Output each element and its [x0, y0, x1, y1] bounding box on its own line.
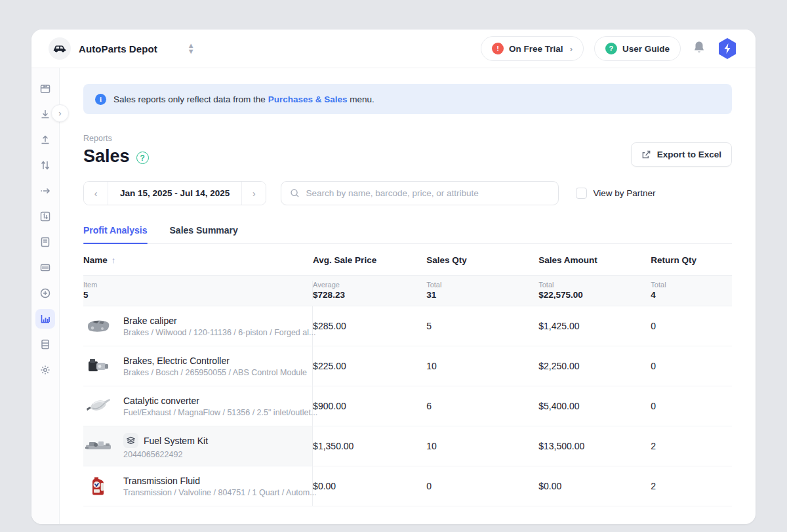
- sidebar-item-transfer[interactable]: [35, 155, 55, 175]
- search-bar: [281, 181, 559, 205]
- date-range-value[interactable]: Jan 15, 2025 - Jul 14, 2025: [108, 182, 242, 205]
- product-name: Transmission Fluid: [123, 476, 304, 486]
- arrow-right-dashed-icon: [39, 185, 51, 197]
- sidebar-item-documents[interactable]: [35, 232, 55, 252]
- summary-item-count: 5: [83, 290, 304, 300]
- info-banner: i Sales reports only reflect data from t…: [83, 84, 732, 114]
- sidebar-expand-button[interactable]: ›: [51, 104, 69, 122]
- sort-ascending-icon: ↑: [111, 255, 116, 265]
- gear-icon: [39, 364, 51, 376]
- return-qty-value: 0: [651, 361, 732, 371]
- sidebar-item-products[interactable]: [35, 79, 55, 98]
- product-name: Brake caliper: [123, 316, 304, 326]
- sales-qty-value: 10: [426, 361, 538, 371]
- table-row[interactable]: Transmission Fluid Transmission / Valvol…: [83, 466, 732, 506]
- sales-amount-value: $13,500.00: [538, 441, 651, 451]
- tab-profit-analysis[interactable]: Profit Analysis: [83, 225, 148, 243]
- app-window: AutoParts Depot ▲▼ ! On Free Trial › ? U…: [31, 30, 756, 524]
- column-header-name[interactable]: Name ↑: [83, 255, 313, 265]
- purchases-sales-link[interactable]: Purchases & Sales: [268, 94, 348, 104]
- sales-amount-value: $0.00: [538, 481, 651, 491]
- trial-alert-icon: !: [492, 43, 504, 54]
- company-name: AutoParts Depot: [79, 43, 157, 54]
- sales-qty-value: 6: [426, 401, 538, 411]
- column-header-sales-qty[interactable]: Sales Qty: [426, 255, 538, 265]
- help-icon[interactable]: ?: [136, 152, 149, 164]
- user-guide-label: User Guide: [622, 44, 670, 54]
- product-attributes: Brakes / Bosch / 265950055 / ABS Control…: [123, 368, 304, 377]
- sidebar-item-reports[interactable]: [35, 309, 55, 329]
- car-icon: [53, 44, 66, 53]
- upload-icon: [39, 134, 51, 146]
- product-image: [83, 316, 113, 337]
- document-icon: [39, 236, 51, 248]
- summary-return-value: 4: [651, 290, 732, 300]
- product-name: Fuel System Kit: [144, 436, 208, 446]
- column-header-avg-sale-price[interactable]: Avg. Sale Price: [313, 255, 426, 265]
- kit-bundle-chip: [123, 433, 138, 448]
- return-qty-value: 0: [651, 321, 732, 331]
- free-trial-button[interactable]: ! On Free Trial ›: [481, 36, 584, 61]
- avg-sale-price-value: $900.00: [313, 401, 426, 411]
- table-row[interactable]: Brake caliper Brakes / Wilwood / 120-111…: [83, 306, 732, 346]
- product-image: [83, 396, 113, 417]
- date-prev-button[interactable]: ‹: [84, 182, 108, 205]
- product-image: [83, 356, 113, 377]
- product-name: Catalytic converter: [123, 396, 304, 406]
- summary-qty-label: Total: [426, 281, 538, 289]
- sidebar-item-ship[interactable]: [35, 130, 55, 150]
- breadcrumb: Reports: [83, 134, 149, 143]
- export-to-excel-button[interactable]: Export to Excel: [631, 142, 732, 167]
- trial-label: On Free Trial: [509, 44, 563, 54]
- top-bar: AutoParts Depot ▲▼ ! On Free Trial › ? U…: [31, 30, 756, 68]
- tab-sales-summary[interactable]: Sales Summary: [170, 225, 238, 243]
- product-image: [83, 476, 113, 497]
- notifications-button[interactable]: [693, 41, 706, 57]
- search-icon: [290, 188, 300, 198]
- export-icon: [641, 150, 651, 159]
- search-input[interactable]: [306, 188, 550, 198]
- company-switcher[interactable]: AutoParts Depot ▲▼: [49, 37, 195, 60]
- database-icon: [39, 338, 51, 350]
- return-qty-value: 2: [651, 481, 732, 491]
- report-tabs: Profit Analysis Sales Summary: [83, 225, 732, 244]
- view-by-partner-toggle[interactable]: View by Partner: [576, 188, 655, 199]
- summary-qty-value: 31: [426, 290, 538, 300]
- sales-amount-value: $1,425.00: [538, 321, 651, 331]
- table-row[interactable]: Catalytic converter Fuel/Exhaust / Magna…: [83, 386, 732, 426]
- column-header-sales-amount[interactable]: Sales Amount: [538, 255, 651, 265]
- summary-average-value: $728.23: [313, 290, 426, 300]
- plus-circle-icon: [39, 287, 51, 299]
- sidebar-item-barcode[interactable]: [35, 258, 55, 277]
- column-header-return-qty[interactable]: Return Qty: [651, 255, 732, 265]
- sidebar-item-database[interactable]: [35, 335, 55, 354]
- main-content: i Sales reports only reflect data from t…: [60, 68, 756, 524]
- avg-sale-price-value: $1,350.00: [313, 441, 426, 451]
- sidebar-item-price-adjust[interactable]: [35, 207, 55, 226]
- download-icon: [39, 108, 51, 120]
- page-title: Sales ?: [83, 146, 149, 167]
- company-avatar: [49, 37, 71, 60]
- app-hexagon-logo-icon[interactable]: [716, 37, 738, 60]
- table-row[interactable]: Brakes, Electric Controller Brakes / Bos…: [83, 346, 732, 386]
- sidebar-item-add[interactable]: [35, 283, 55, 303]
- avg-sale-price-value: $285.00: [313, 321, 426, 331]
- sidebar: [31, 68, 60, 524]
- sales-qty-value: 10: [426, 441, 538, 451]
- table-row[interactable]: Fuel System Kit 2044065622492 $1,350.00 …: [83, 426, 732, 466]
- partner-checkbox[interactable]: [576, 188, 587, 199]
- avg-sale-price-value: $225.00: [313, 361, 426, 371]
- guide-question-icon: ?: [605, 43, 617, 54]
- sidebar-item-moves[interactable]: [35, 181, 55, 201]
- barcode-icon: [39, 262, 51, 274]
- sidebar-item-settings[interactable]: [35, 360, 55, 380]
- bell-icon: [693, 41, 706, 54]
- return-qty-value: 2: [651, 441, 732, 451]
- user-guide-button[interactable]: ? User Guide: [594, 36, 681, 61]
- product-attributes: Transmission / Valvoline / 804751 / 1 Qu…: [123, 488, 304, 497]
- info-icon: i: [95, 94, 106, 105]
- sales-amount-value: $5,400.00: [538, 401, 651, 411]
- date-next-button[interactable]: ›: [242, 182, 266, 205]
- banner-text: Sales reports only reflect data from the…: [113, 94, 374, 104]
- bar-chart-icon: [39, 313, 51, 325]
